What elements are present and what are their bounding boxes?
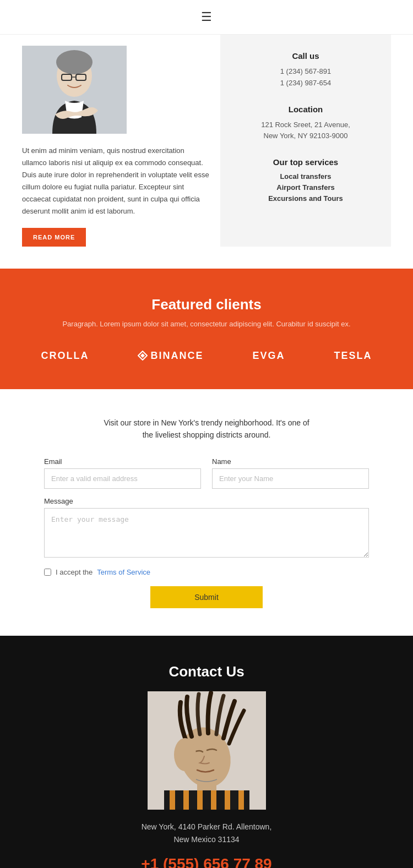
contact-form: Email Name Message I accept the Terms of… <box>44 457 369 608</box>
client-logo-crolla: CROLLA <box>41 350 89 362</box>
call-us-title: Call us <box>234 51 377 61</box>
call-us-section: Call us 1 (234) 567-891 1 (234) 987-654 <box>234 51 377 89</box>
services-title: Our top services <box>234 157 377 167</box>
binance-label: BINANCE <box>150 350 203 362</box>
main-section: Ut enim ad minim veniam, quis nostrud ex… <box>0 35 413 269</box>
services-list: Local transfers Airport Transfers Excurs… <box>234 172 377 203</box>
message-group: Message <box>44 497 369 560</box>
featured-subtitle: Paragraph. Lorem ipsum dolor sit amet, c… <box>22 320 391 328</box>
terms-link[interactable]: Terms of Service <box>97 568 150 576</box>
svg-rect-16 <box>211 790 216 810</box>
svg-rect-13 <box>170 790 175 810</box>
profile-photo <box>22 46 127 134</box>
form-section: Visit our store in New York's trendy nei… <box>0 389 413 636</box>
name-label: Name <box>212 457 369 466</box>
address-line2: New York, NY 92103-9000 <box>234 130 377 142</box>
terms-checkbox[interactable] <box>44 569 51 576</box>
svg-rect-17 <box>225 790 230 810</box>
terms-text: I accept the <box>56 568 93 576</box>
address-line1: 121 Rock Sreet, 21 Avenue, <box>234 119 377 131</box>
clients-logos: CROLLA BINANCE EVGA TESLA <box>22 350 391 362</box>
bio-text: Ut enim ad minim veniam, quis nostrud ex… <box>22 145 209 218</box>
svg-rect-18 <box>238 790 244 810</box>
contact-photo <box>148 691 266 810</box>
svg-point-3 <box>56 50 93 74</box>
form-intro: Visit our store in New York's trendy nei… <box>44 417 369 441</box>
svg-rect-12 <box>164 790 249 810</box>
service-item-3: Excursions and Tours <box>234 194 377 203</box>
svg-point-21 <box>174 738 196 771</box>
client-logo-evga: EVGA <box>252 350 285 362</box>
binance-diamond-icon <box>138 351 148 361</box>
right-sidebar: Call us 1 (234) 567-891 1 (234) 987-654 … <box>220 35 391 247</box>
submit-button[interactable]: Submit <box>150 586 263 608</box>
featured-section: Featured clients Paragraph. Lorem ipsum … <box>0 269 413 389</box>
message-textarea[interactable] <box>44 508 369 558</box>
location-section: Location 121 Rock Sreet, 21 Avenue, New … <box>234 105 377 143</box>
phone1: 1 (234) 567-891 <box>234 66 377 78</box>
name-input[interactable] <box>212 468 369 489</box>
email-label: Email <box>44 457 201 466</box>
services-section: Our top services Local transfers Airport… <box>234 157 377 203</box>
left-column: Ut enim ad minim veniam, quis nostrud ex… <box>22 35 209 247</box>
contact-phone: +1 (555) 656 77 89 <box>22 855 391 868</box>
message-label: Message <box>44 497 369 505</box>
hamburger-icon[interactable]: ☰ <box>201 10 212 24</box>
top-navigation: ☰ <box>0 0 413 35</box>
email-input[interactable] <box>44 468 201 489</box>
featured-title: Featured clients <box>22 296 391 313</box>
phone2: 1 (234) 987-654 <box>234 78 377 89</box>
terms-row: I accept the Terms of Service <box>44 568 369 576</box>
read-more-button[interactable]: READ MORE <box>22 228 86 247</box>
name-group: Name <box>212 457 369 489</box>
svg-rect-15 <box>197 790 203 810</box>
client-logo-tesla: TESLA <box>334 350 372 362</box>
email-group: Email <box>44 457 201 489</box>
svg-rect-14 <box>183 790 189 810</box>
service-item-2: Airport Transfers <box>234 183 377 192</box>
client-logo-binance: BINANCE <box>138 350 203 362</box>
service-item-1: Local transfers <box>234 172 377 181</box>
svg-marker-8 <box>140 353 145 358</box>
contact-title: Contact Us <box>22 663 391 680</box>
form-row-email-name: Email Name <box>44 457 369 489</box>
contact-address: New York, 4140 Parker Rd. Allentown,New … <box>22 821 391 845</box>
location-title: Location <box>234 105 377 114</box>
contact-section: Contact Us <box>0 636 413 868</box>
